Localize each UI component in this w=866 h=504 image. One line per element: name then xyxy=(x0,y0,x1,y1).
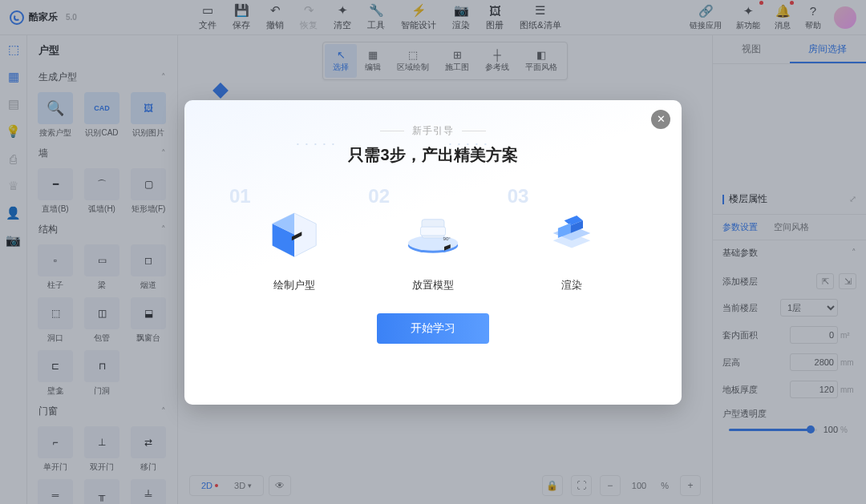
modal-subtitle: 新手引导 xyxy=(216,124,650,138)
step-2: 02 90° 放置模型 xyxy=(363,190,502,292)
step-number: 03 xyxy=(508,185,529,208)
modal-overlay: ✕ 新手引导 只需3步，产出精美方案 • • • • • • • • • • 0… xyxy=(0,0,866,504)
step-3-label: 渲染 xyxy=(561,278,582,292)
dots-icon: • • • • • xyxy=(297,140,337,147)
close-button[interactable]: ✕ xyxy=(651,110,670,129)
modal-title: 只需3步，产出精美方案 xyxy=(216,144,650,166)
start-learning-button[interactable]: 开始学习 xyxy=(377,313,489,344)
step-1-graphic xyxy=(250,190,338,270)
step-number: 01 xyxy=(229,185,251,208)
step-2-graphic: 90° xyxy=(389,190,477,270)
onboarding-modal: ✕ 新手引导 只需3步，产出精美方案 • • • • • • • • • • 0… xyxy=(184,100,682,405)
close-icon: ✕ xyxy=(657,113,666,125)
step-3: 03 渲染 xyxy=(503,190,641,292)
dots-icon: • • • • • xyxy=(449,140,489,147)
svg-text:90°: 90° xyxy=(443,236,451,241)
step-2-label: 放置模型 xyxy=(412,278,454,292)
svg-rect-7 xyxy=(420,227,445,236)
step-1-label: 绘制户型 xyxy=(273,278,315,292)
step-number: 02 xyxy=(368,185,390,208)
step-3-graphic xyxy=(528,190,616,270)
step-1: 01 绘制户型 xyxy=(225,190,363,292)
